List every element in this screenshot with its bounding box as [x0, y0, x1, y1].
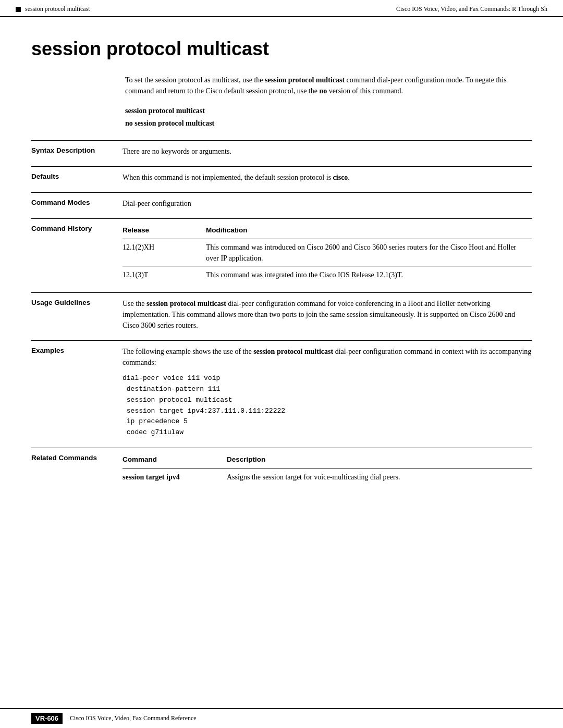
intro-commands: session protocol multicast no session pr… — [125, 107, 532, 128]
footer-text: Cisco IOS Voice, Video, Fax Command Refe… — [70, 714, 197, 722]
table-row: 12.1(2)XHThis command was introduced on … — [123, 239, 532, 267]
related-command-cell: session target ipv4 — [123, 468, 227, 486]
examples-pre: The following example shows the use of t… — [123, 348, 253, 355]
examples-content: The following example shows the use of t… — [123, 346, 532, 438]
related-col-command: Command — [123, 453, 227, 468]
history-table: Release Modification 12.1(2)XHThis comma… — [123, 224, 532, 283]
header-right-text: Cisco IOS Voice, Video, and Fax Commands… — [396, 5, 547, 13]
defaults-bold: cisco — [333, 174, 348, 181]
defaults-content: When this command is not implemented, th… — [123, 172, 532, 183]
history-release-cell: 12.1(3)T — [123, 267, 206, 283]
syntax-description-label: Syntax Description — [31, 146, 123, 156]
related-col-description: Description — [227, 453, 532, 468]
history-modification-cell: This command was integrated into the Cis… — [206, 267, 532, 283]
header-right: Cisco IOS Voice, Video, and Fax Commands… — [396, 5, 547, 13]
examples-bold: session protocol multicast — [253, 348, 333, 355]
intro-bold: session protocol multicast — [265, 76, 345, 84]
related-description-cell: Assigns the session target for voice-mul… — [227, 468, 532, 486]
page-header: session protocol multicast Cisco IOS Voi… — [0, 0, 563, 17]
related-commands-label: Related Commands — [31, 453, 123, 463]
history-modification-cell: This command was introduced on Cisco 260… — [206, 239, 532, 267]
related-commands-content: Command Description session target ipv4A… — [123, 453, 532, 486]
command-modes-label: Command Modes — [31, 198, 123, 208]
related-commands-section: Related Commands Command Description ses… — [31, 448, 532, 493]
syntax-description-section: Syntax Description There are no keywords… — [31, 140, 532, 164]
intro-paragraph: To set the session protocol as multicast… — [125, 75, 532, 96]
command-modes-section: Command Modes Dial-peer configuration — [31, 192, 532, 216]
command-history-label: Command History — [31, 224, 123, 234]
command-modes-content: Dial-peer configuration — [123, 198, 532, 209]
header-left: session protocol multicast — [16, 5, 90, 13]
intro-pre: To set the session protocol as multicast… — [125, 76, 265, 84]
command-history-content: Release Modification 12.1(2)XHThis comma… — [123, 224, 532, 283]
usage-pre: Use the — [123, 300, 146, 307]
usage-guidelines-content: Use the session protocol multicast dial-… — [123, 298, 532, 331]
page-footer: VR-606 Cisco IOS Voice, Video, Fax Comma… — [0, 708, 563, 728]
defaults-pre: When this command is not implemented, th… — [123, 174, 333, 181]
related-table: Command Description session target ipv4A… — [123, 453, 532, 486]
footer-badge: VR-606 — [31, 713, 63, 724]
history-col-release: Release — [123, 224, 206, 239]
intro-end: version of this command. — [327, 87, 403, 95]
usage-guidelines-section: Usage Guidelines Use the session protoco… — [31, 292, 532, 338]
header-square-icon — [16, 7, 21, 12]
defaults-section: Defaults When this command is not implem… — [31, 166, 532, 190]
intro-no: no — [319, 87, 327, 95]
usage-guidelines-label: Usage Guidelines — [31, 298, 123, 308]
table-row: session target ipv4Assigns the session t… — [123, 468, 532, 486]
syntax-description-content: There are no keywords or arguments. — [123, 146, 532, 157]
defaults-label: Defaults — [31, 172, 123, 182]
intro-section: To set the session protocol as multicast… — [125, 75, 532, 96]
command-history-section: Command History Release Modification 12.… — [31, 218, 532, 290]
table-row: 12.1(3)TThis command was integrated into… — [123, 267, 532, 283]
command2: no session protocol multicast — [125, 119, 532, 128]
examples-section: Examples The following example shows the… — [31, 340, 532, 446]
main-content: session protocol multicast To set the se… — [0, 17, 563, 535]
usage-bold: session protocol multicast — [146, 300, 226, 307]
defaults-post: . — [348, 174, 350, 181]
history-col-modification: Modification — [206, 224, 532, 239]
history-release-cell: 12.1(2)XH — [123, 239, 206, 267]
header-left-text: session protocol multicast — [25, 5, 90, 13]
command1: session protocol multicast — [125, 107, 532, 115]
page-title: session protocol multicast — [31, 38, 532, 60]
examples-code: dial-peer voice 111 voip destination-pat… — [123, 373, 532, 438]
examples-label: Examples — [31, 346, 123, 356]
